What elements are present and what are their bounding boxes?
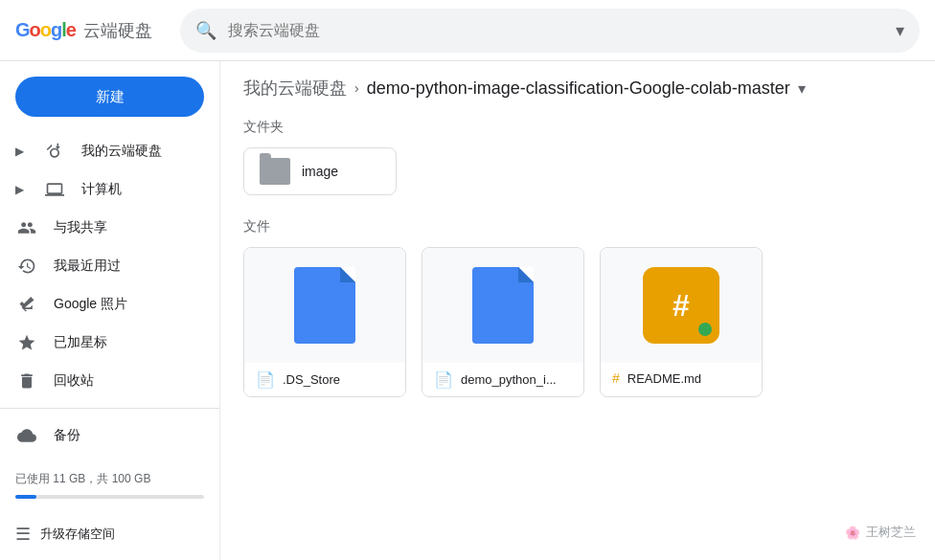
file-item-readme[interactable]: # # README.md xyxy=(600,247,763,397)
folder-item-image[interactable]: image xyxy=(243,147,397,195)
file-info-demo-python: 📄 demo_python_i... xyxy=(422,363,583,396)
file-preview-readme: # xyxy=(601,248,762,363)
storage-bar-fill xyxy=(15,495,36,499)
search-bar: 🔍 ▾ xyxy=(180,9,920,53)
search-input[interactable] xyxy=(228,22,884,39)
drive-label: 云端硬盘 xyxy=(83,19,152,42)
content-area: 我的云端硬盘 › demo-python-image-classificatio… xyxy=(220,61,935,560)
file-preview-ds-store xyxy=(244,248,405,363)
readme-dot xyxy=(698,323,712,336)
sidebar-label-my-drive: 我的云端硬盘 xyxy=(81,143,162,160)
file-type-icon-demo-python: 📄 xyxy=(434,370,453,389)
file-name-demo-python: demo_python_i... xyxy=(461,372,557,387)
file-name-ds-store: .DS_Store xyxy=(283,372,340,387)
new-button[interactable]: 新建 xyxy=(15,77,204,117)
photos-icon xyxy=(15,293,38,316)
sidebar-item-recent[interactable]: 我最近用过 xyxy=(0,247,208,285)
readme-icon-wrap: # xyxy=(643,267,719,344)
sidebar-arrow-computers: ▶ xyxy=(15,183,24,196)
sidebar-arrow-my-drive: ▶ xyxy=(15,145,24,158)
folder-icon xyxy=(260,158,290,185)
sidebar-label-shared: 与我共享 xyxy=(54,219,107,236)
file-doc-icon-demo-python xyxy=(472,267,534,344)
sidebar-item-trash[interactable]: 回收站 xyxy=(0,362,208,400)
file-grid: 📄 .DS_Store 📄 demo_python_i... xyxy=(243,247,912,397)
sidebar-item-my-drive[interactable]: ▶ 我的云端硬盘 xyxy=(0,132,208,170)
folder-grid: image xyxy=(243,147,912,195)
upgrade-label: 升级存储空间 xyxy=(40,526,115,543)
watermark-icon: 🌸 xyxy=(845,526,860,540)
readme-hash-symbol: # xyxy=(673,288,690,324)
breadcrumb-root[interactable]: 我的云端硬盘 xyxy=(243,77,347,100)
sidebar-label-recent: 我最近用过 xyxy=(54,258,121,275)
sidebar-divider xyxy=(0,408,219,409)
file-item-ds-store[interactable]: 📄 .DS_Store xyxy=(243,247,406,397)
file-doc-icon-ds-store xyxy=(294,267,355,344)
storage-bar-bg xyxy=(15,495,204,499)
sidebar-label-backup: 备份 xyxy=(54,427,80,444)
search-icon: 🔍 xyxy=(195,20,217,41)
breadcrumb: 我的云端硬盘 › demo-python-image-classificatio… xyxy=(243,77,912,100)
star-icon xyxy=(15,331,38,354)
file-type-icon-ds-store: 📄 xyxy=(256,370,275,389)
file-preview-demo-python xyxy=(422,248,583,363)
watermark-text: 王树芝兰 xyxy=(866,524,916,541)
sidebar-label-computers: 计算机 xyxy=(81,181,122,198)
sidebar-item-starred[interactable]: 已加星标 xyxy=(0,324,208,362)
watermark: 🌸 王树芝兰 xyxy=(845,524,916,541)
breadcrumb-current[interactable]: demo-python-image-classification-Google-… xyxy=(367,78,790,99)
computer-icon xyxy=(43,178,66,201)
folders-label: 文件夹 xyxy=(243,119,912,136)
file-name-readme: README.md xyxy=(627,371,701,386)
search-dropdown-icon[interactable]: ▾ xyxy=(896,20,904,41)
sidebar-item-computers[interactable]: ▶ 计算机 xyxy=(0,170,208,209)
header: Google 云端硬盘 🔍 ▾ xyxy=(0,0,935,61)
sidebar-label-photos: Google 照片 xyxy=(54,296,127,313)
sidebar-item-photos[interactable]: Google 照片 xyxy=(0,285,208,324)
sidebar-label-starred: 已加星标 xyxy=(54,334,107,351)
sidebar-label-trash: 回收站 xyxy=(54,372,94,390)
upgrade-icon: ☰ xyxy=(15,524,31,545)
trash-icon xyxy=(15,370,38,392)
clock-icon xyxy=(15,255,38,278)
storage-text: 已使用 11 GB，共 100 GB xyxy=(15,471,204,487)
people-icon xyxy=(15,216,38,239)
logo-area: Google 云端硬盘 xyxy=(15,19,169,42)
folder-name-image: image xyxy=(302,164,338,179)
file-type-icon-readme: # xyxy=(612,370,620,386)
cloud-icon xyxy=(15,424,38,447)
upgrade-button[interactable]: ☰ 升级存储空间 xyxy=(0,516,219,552)
breadcrumb-dropdown-icon[interactable]: ▾ xyxy=(798,79,806,98)
breadcrumb-separator: › xyxy=(354,80,359,96)
file-info-readme: # README.md xyxy=(601,363,762,393)
storage-area: 已使用 11 GB，共 100 GB xyxy=(0,463,219,516)
main-layout: 新建 ▶ 我的云端硬盘 ▶ 计算机 与我共享 我最近用过 xyxy=(0,61,935,560)
drive-icon xyxy=(43,140,66,163)
google-logo: Google xyxy=(15,19,76,41)
sidebar: 新建 ▶ 我的云端硬盘 ▶ 计算机 与我共享 我最近用过 xyxy=(0,61,220,560)
file-item-demo-python[interactable]: 📄 demo_python_i... xyxy=(422,247,584,397)
sidebar-item-backup[interactable]: 备份 xyxy=(0,416,208,455)
files-label: 文件 xyxy=(243,218,912,235)
sidebar-item-shared[interactable]: 与我共享 xyxy=(0,209,208,247)
file-info-ds-store: 📄 .DS_Store xyxy=(244,363,405,396)
